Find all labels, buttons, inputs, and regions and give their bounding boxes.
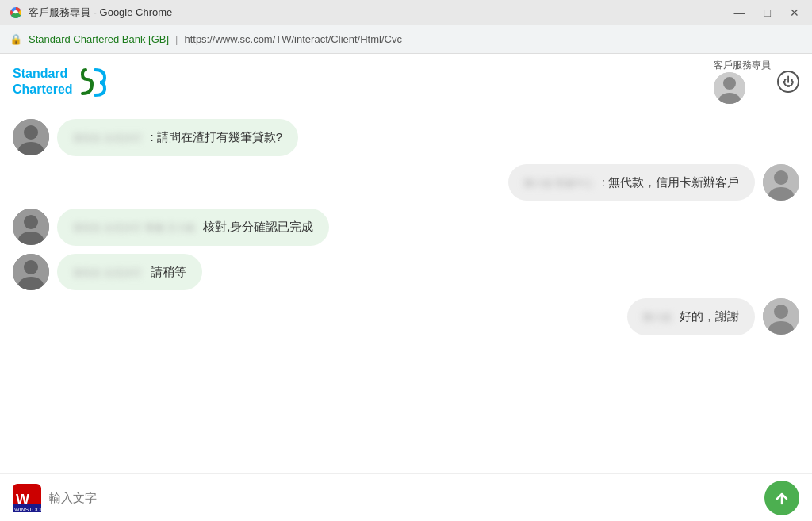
logo-area: Standard Chartered [13,65,111,98]
svg-point-18 [774,305,788,319]
separator: | [175,33,178,45]
site-name: Standard Chartered Bank [GB] [29,33,169,45]
input-area: W WINSTOCK [0,473,812,521]
address-bar: 🔒 Standard Chartered Bank [GB] | https:/… [0,25,812,54]
message-text: 請稍等 [151,265,186,278]
agent-avatar [714,72,745,104]
header-right: 客戶服務專員 ⏻ [714,59,799,104]
message-text: 核對,身分確認已完成 [203,220,313,233]
minimize-button[interactable]: — [731,5,749,21]
avatar [13,119,49,155]
title-bar: 客戶服務專員 - Google Chrome — □ ✕ [0,0,812,25]
power-button[interactable]: ⏻ [777,71,799,93]
logo-text: Standard Chartered [13,66,73,96]
sc-logo-icon [78,65,111,98]
avatar [763,164,799,201]
sender-name: 張先生 台北分行 客服 王小姐 [73,220,195,235]
message-row: 陳小姐 好的，謝謝 [13,298,799,335]
logo-line1: Standard [13,66,73,81]
chat-area[interactable]: 張先生 台北分行 : 請問在渣打有幾筆貸款? 陳小姐 客服中心 : 無代款，信用… [0,109,812,473]
chat-bubble: 張先生 台北分行 請稍等 [57,254,202,291]
chrome-icon [10,6,22,19]
header: Standard Chartered 客戶服務專員 ⏻ [0,54,812,109]
url-text[interactable]: https://www.sc.com/TW/interact/Client/Ht… [184,33,402,45]
input-app-icon: W WINSTOCK [13,484,41,512]
avatar [13,209,49,245]
chat-bubble: 陳小姐 好的，謝謝 [627,298,755,335]
sender-name: 張先生 台北分行 [73,266,142,280]
message-row: 張先生 台北分行 : 請問在渣打有幾筆貸款? [13,119,799,156]
text-input[interactable] [49,491,756,504]
app-container: Standard Chartered 客戶服務專員 ⏻ [0,54,812,521]
svg-point-15 [24,260,38,274]
svg-point-3 [723,77,736,90]
message-row: 陳小姐 客服中心 : 無代款，信用卡新辦客戶 [13,164,799,201]
message-text: : 請問在渣打有幾筆貸款? [151,130,283,144]
upload-icon [773,489,791,507]
avatar [763,298,799,335]
sender-name: 張先生 台北分行 [73,131,142,145]
message-row: 張先生 台北分行 請稍等 [13,254,799,291]
chat-bubble: 張先生 台北分行 : 請問在渣打有幾筆貸款? [57,119,298,156]
title-bar-left: 客戶服務專員 - Google Chrome [10,6,172,20]
sender-name: 陳小姐 客服中心 [524,176,593,190]
svg-point-9 [774,170,788,185]
svg-point-6 [24,125,38,140]
svg-point-12 [24,215,38,229]
message-text: : 無代款，信用卡新辦客戶 [602,175,739,189]
maximize-button[interactable]: □ [761,5,774,21]
send-button[interactable] [764,481,799,515]
window-title: 客戶服務專員 - Google Chrome [29,6,172,20]
close-button[interactable]: ✕ [787,5,802,21]
chat-bubble: 張先生 台北分行 客服 王小姐 核對,身分確認已完成 [57,209,329,246]
agent-label: 客戶服務專員 [714,59,771,72]
window-controls: — □ ✕ [731,5,802,21]
svg-text:WINSTOCK: WINSTOCK [14,507,41,512]
sender-name: 陳小姐 [643,310,672,324]
logo-line2: Chartered [13,82,73,97]
message-text: 好的，謝謝 [680,309,739,323]
avatar [13,254,49,290]
message-row: 張先生 台北分行 客服 王小姐 核對,身分確認已完成 [13,209,799,246]
chat-bubble: 陳小姐 客服中心 : 無代款，信用卡新辦客戶 [508,164,755,201]
lock-icon: 🔒 [10,33,22,45]
